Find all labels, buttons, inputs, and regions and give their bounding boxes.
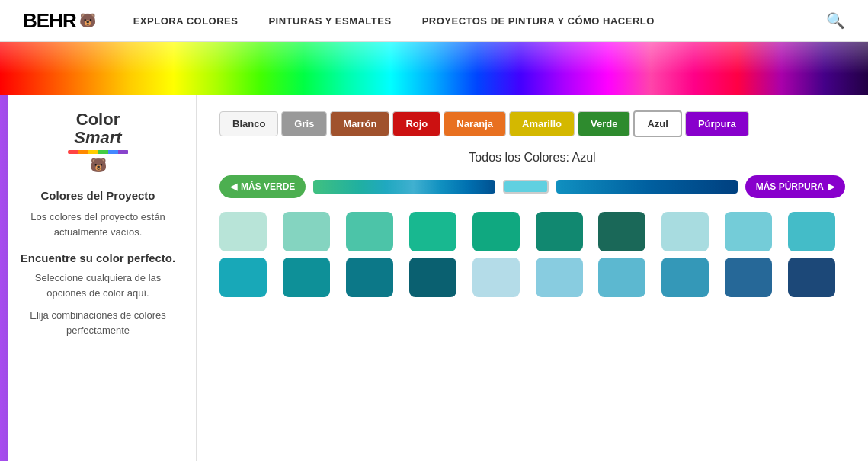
tab-gris[interactable]: Gris <box>281 111 327 136</box>
nav-pinturas[interactable]: PINTURAS Y ESMALTES <box>268 15 391 27</box>
color-swatch[interactable] <box>725 212 772 251</box>
sidebar-bear-icon: 🐻 <box>90 157 107 174</box>
find-color-title: Encuentre su color perfecto. <box>15 251 181 264</box>
color-swatch[interactable] <box>536 258 583 297</box>
todos-title: Todos los Colores: Azul <box>219 151 845 165</box>
main-nav: EXPLORA COLORES PINTURAS Y ESMALTES PROY… <box>133 15 655 27</box>
color-swatch[interactable] <box>283 212 330 251</box>
search-icon[interactable]: 🔍 <box>826 11 845 30</box>
spectrum-dark-bar <box>556 180 738 194</box>
color-swatch[interactable] <box>219 258 267 297</box>
header: BEHR 🐻 EXPLORA COLORES PINTURAS Y ESMALT… <box>0 0 868 42</box>
color-swatch[interactable] <box>788 212 835 251</box>
color-swatch[interactable] <box>472 212 520 251</box>
color-swatch[interactable] <box>409 258 456 297</box>
spectrum-highlight <box>503 180 549 194</box>
color-content: Blanco Gris Marrón Rojo Naranja Amarillo… <box>197 95 868 461</box>
rainbow-banner <box>0 42 868 95</box>
tab-rojo[interactable]: Rojo <box>392 111 440 136</box>
tab-azul[interactable]: Azul <box>633 110 681 137</box>
mas-purpura-button[interactable]: MÁS PÚRPURA ▶ <box>745 175 845 198</box>
color-swatch[interactable] <box>536 212 583 251</box>
project-colors-text: Los colores del proyecto están actualmen… <box>15 210 181 239</box>
color-tabs: Blanco Gris Marrón Rojo Naranja Amarillo… <box>219 110 845 137</box>
color-swatch[interactable] <box>788 258 835 297</box>
logo-text: Color Smart <box>74 110 121 147</box>
tab-purpura[interactable]: Púrpura <box>685 111 749 136</box>
find-color-text: Seleccione cualquiera de las opciones de… <box>15 271 181 300</box>
tab-amarillo[interactable]: Amarillo <box>509 111 575 136</box>
color-swatch[interactable] <box>283 258 330 297</box>
color-swatch[interactable] <box>409 212 456 251</box>
brand-logo[interactable]: BEHR 🐻 <box>23 9 95 33</box>
behr-text: BEHR <box>23 9 76 33</box>
chevron-right-icon: ▶ <box>828 181 834 192</box>
color-grid <box>219 212 845 297</box>
color-bar <box>68 150 129 154</box>
color-swatch[interactable] <box>661 258 709 297</box>
chevron-left-icon: ◀ <box>230 181 237 192</box>
combinations-text: Elija combinaciones de colores perfectam… <box>15 308 181 338</box>
color-swatch[interactable] <box>346 258 393 297</box>
bear-icon: 🐻 <box>79 12 95 29</box>
color-swatch[interactable] <box>472 258 520 297</box>
sidebar: Color Smart 🐻 Colores del Proyecto Los c… <box>0 95 197 461</box>
tab-verde[interactable]: Verde <box>578 111 630 136</box>
spectrum-bar <box>313 180 495 194</box>
main-content: Color Smart 🐻 Colores del Proyecto Los c… <box>0 95 868 461</box>
nav-proyectos[interactable]: PROYECTOS DE PINTURA Y CÓMO HACERLO <box>422 15 655 27</box>
tab-naranja[interactable]: Naranja <box>444 111 506 136</box>
color-swatch[interactable] <box>598 258 645 297</box>
color-swatch[interactable] <box>346 212 393 251</box>
color-swatch[interactable] <box>661 212 709 251</box>
mas-verde-button[interactable]: ◀ MÁS VERDE <box>219 175 306 198</box>
spectrum-row: ◀ MÁS VERDE MÁS PÚRPURA ▶ <box>219 175 845 198</box>
color-swatch[interactable] <box>219 212 267 251</box>
colorsmart-logo: Color Smart 🐻 <box>15 110 181 174</box>
tab-blanco[interactable]: Blanco <box>219 111 278 136</box>
color-swatch[interactable] <box>598 212 645 251</box>
project-colors-title: Colores del Proyecto <box>15 189 181 202</box>
nav-explora[interactable]: EXPLORA COLORES <box>133 15 239 27</box>
tab-marron[interactable]: Marrón <box>330 111 389 136</box>
color-swatch[interactable] <box>725 258 772 297</box>
